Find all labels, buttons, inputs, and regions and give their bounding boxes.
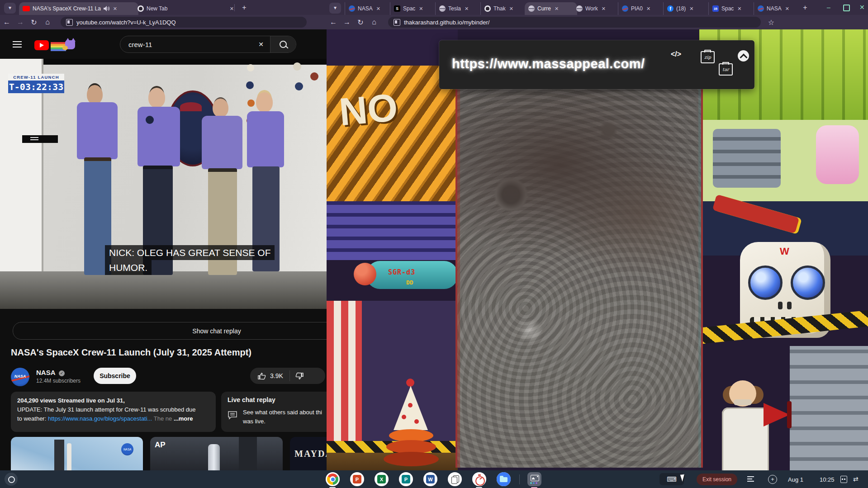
pride-pixel-decoration [51,40,78,51]
address-bar[interactable]: youtube.com/watch?v=U-k_LyA1DQQ [61,17,307,28]
close-tab-icon[interactable]: ✕ [736,6,742,12]
tab-facebook[interactable]: f (18) ✕ [663,2,712,15]
live-chat-replay-box[interactable]: Live chat replay See what others said ab… [221,392,327,432]
tab-current-active[interactable]: Curre ✕ [525,2,577,15]
forward-button[interactable]: → [340,18,354,26]
search-input[interactable] [120,41,252,48]
bookmark-star-icon[interactable]: ☆ [764,18,778,27]
caption-line-2: HUMOR. [105,260,152,275]
minimize-button[interactable]: – [827,4,830,11]
launcher-icon [8,476,15,483]
video-player[interactable]: CREW-11 LAUNCH T-03:22:33 NICK: OLEG HAS… [0,59,327,309]
shelf-clock[interactable]: 10:25 [820,476,835,483]
tab-search-chevron-button[interactable]: ▾ [329,3,341,14]
tab-space-2[interactable]: 35 Spac ✕ [708,2,758,15]
plus-icon: + [771,476,774,483]
chromeos-shelf: P X P W ⌨ Exi [0,470,868,488]
search-icon [280,41,287,48]
youtube-logo[interactable] [34,40,49,50]
tab-nasa-1[interactable]: NASA ✕ [345,2,394,15]
shelf-app-chrome[interactable] [326,472,340,486]
home-button[interactable]: ⌂ [367,18,381,26]
more-button[interactable]: ...more [174,415,193,422]
collapse-panel-button[interactable] [738,50,749,62]
channel-avatar[interactable]: NASA [11,368,29,386]
description-link[interactable]: https://www.nasa.gov/blogs/spacestati... [48,415,152,422]
new-tab-button[interactable]: + [239,2,250,13]
reload-button[interactable]: ↻ [354,18,367,27]
tab-youtube-video[interactable]: NASA's SpaceX Crew-11 La ✕ [19,2,138,15]
forward-button[interactable]: → [14,18,27,26]
download-tar-icon[interactable]: tar [719,63,733,76]
subscriber-count: 12.4M subscribers [36,378,81,384]
exit-session-button[interactable]: Exit session [697,474,737,485]
tab-space-1[interactable]: S Spac ✕ [390,2,439,15]
shelf-app-word[interactable]: W [423,472,437,486]
close-tab-icon[interactable]: ✕ [784,6,790,12]
description-box[interactable]: 204,290 views Streamed live on Jul 31, U… [11,392,216,432]
network-swap-icon[interactable]: ⇄ [853,475,859,483]
close-tab-icon[interactable]: ✕ [645,6,651,12]
launcher-button[interactable] [5,473,18,486]
close-tab-icon[interactable]: ✕ [508,6,514,12]
new-tab-button[interactable]: + [800,2,811,13]
home-button[interactable]: ⌂ [41,18,54,26]
nasa-favicon [622,5,628,12]
back-button[interactable]: ← [0,18,14,26]
clown-cone [394,386,428,430]
close-tab-icon[interactable]: ✕ [112,6,118,12]
close-tab-icon[interactable]: ✕ [375,6,381,12]
back-button[interactable]: ← [327,18,340,26]
show-chat-replay-button[interactable]: Show chat replay [13,322,327,340]
close-tab-icon[interactable]: ✕ [688,6,694,12]
tab-nasa-2[interactable]: NASA ✕ [754,2,803,15]
shelf-date[interactable]: Aug 1 [788,476,803,483]
tab-tesla[interactable]: Tesla ✕ [435,2,484,15]
stopwatch-icon [474,474,484,484]
art-pink-pod [816,125,859,184]
maximize-button[interactable] [843,5,850,11]
shelf-app-powerpoint[interactable]: P [350,472,364,486]
tab-thakarashard[interactable]: Thak ✕ [480,2,530,15]
subscribe-button[interactable]: Subscribe [94,368,136,384]
shelf-app-gallery[interactable] [527,472,541,486]
mission-patch [247,64,254,71]
calendar-grid-icon[interactable] [840,476,847,483]
close-tab-icon[interactable]: ✕ [418,6,424,12]
chrome-icon [327,474,338,485]
shelf-app-files[interactable] [497,472,511,486]
search-button[interactable] [270,36,296,52]
reload-button[interactable]: ↻ [27,18,41,27]
site-info-icon[interactable] [66,19,73,26]
new-note-plus-icon[interactable]: + [768,475,777,484]
menu-hamburger-icon[interactable] [13,41,22,47]
clear-search-icon[interactable]: ✕ [252,41,270,48]
right-toolbar: ← → ↻ ⌂ thakarashard.github.io/mybinder/… [327,15,868,29]
overlay-url-text[interactable]: https://www.massappeal.com/ [452,57,645,71]
tab-pia[interactable]: PIA0 ✕ [618,2,667,15]
channel-name[interactable]: NASA ✓ [36,369,65,376]
globe-favicon [576,5,583,12]
tab-title: (18) [676,5,686,12]
tab-work[interactable]: Work ✕ [573,2,621,15]
close-window-button[interactable]: ✕ [859,4,865,11]
thumbs-up-icon[interactable] [257,372,266,380]
shelf-app-publisher[interactable]: P [399,472,413,486]
download-zip-icon[interactable]: zip [701,51,715,63]
closed-captions[interactable]: NICK: OLEG HAS GREAT SENSE OF HUMOR. [105,245,275,275]
tab-new-tab[interactable]: New Tab ✕ [134,2,238,15]
address-bar[interactable]: thakarashard.github.io/mybinder/ [388,17,761,28]
notification-list-icon[interactable] [747,476,754,482]
skull-eye-right [791,265,825,300]
shelf-app-excel[interactable]: X [375,472,389,486]
thumbs-down-icon[interactable] [295,372,304,380]
site-info-icon[interactable] [394,19,400,26]
close-tab-icon[interactable]: ✕ [601,6,607,12]
shelf-app-timer[interactable] [472,472,486,486]
view-source-icon[interactable]: </> [671,50,681,58]
mars-anaglyph-image[interactable] [455,89,703,468]
shelf-app-documents[interactable] [448,472,462,486]
tab-search-chevron-button[interactable]: ▾ [4,3,16,14]
close-tab-icon[interactable]: ✕ [554,6,560,12]
close-tab-icon[interactable]: ✕ [464,6,470,12]
